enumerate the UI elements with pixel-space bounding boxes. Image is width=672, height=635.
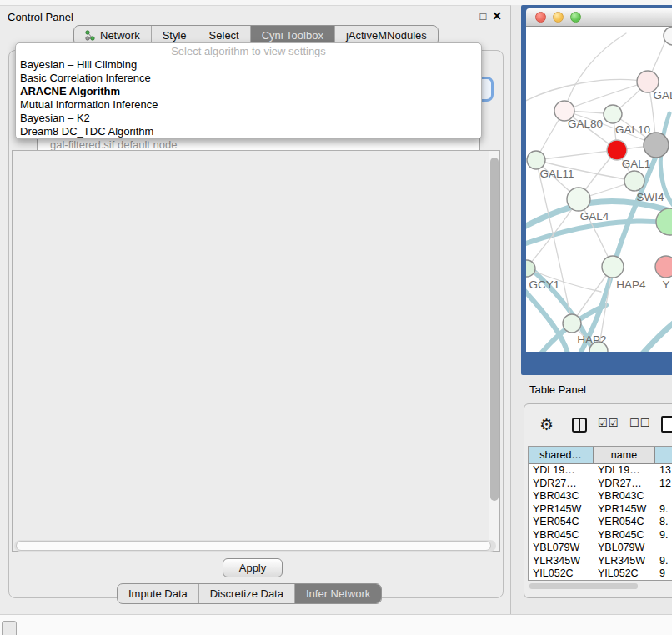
network-node[interactable] <box>655 256 672 278</box>
algorithm-option[interactable]: Dream8 DC_TDC Algorithm <box>16 125 481 138</box>
float-window-icon[interactable]: □ <box>479 10 486 22</box>
column-header[interactable]: name <box>594 447 655 463</box>
network-edge <box>643 318 672 352</box>
table-row[interactable]: YLR345WYLR345W9. <box>529 555 672 568</box>
network-window-titlebar[interactable] <box>526 8 672 27</box>
network-view-window: GALGAL80GAL10GAL1GAL11SWI4GAL4GCY1HAP4YH… <box>521 5 672 375</box>
table-cell[interactable]: 9 <box>655 568 672 581</box>
minimize-traffic-light[interactable] <box>553 12 564 22</box>
table-cell[interactable]: YIL052C <box>594 568 655 581</box>
table-cell[interactable]: YDR27… <box>529 478 594 491</box>
close-icon[interactable]: ✕ <box>492 9 502 22</box>
node-label: Y <box>662 278 669 291</box>
close-traffic-light[interactable] <box>535 12 546 22</box>
network-node[interactable] <box>604 105 622 123</box>
network-node[interactable] <box>602 256 624 278</box>
table-cell[interactable]: 9. <box>655 529 672 542</box>
table-cell[interactable]: YDL19… <box>594 464 655 478</box>
table-cell[interactable]: 8. <box>655 516 672 529</box>
network-edge <box>564 82 648 111</box>
algorithm-dropdown-popup: Select algorithm to view settings Bayesi… <box>15 42 482 139</box>
algorithm-option[interactable]: Bayesian – Hill Climbing <box>16 58 481 72</box>
table-cell[interactable]: YDR27… <box>594 478 655 491</box>
table-cell[interactable]: YBR043C <box>594 490 655 503</box>
tab-discretize-data[interactable]: Discretize Data <box>199 584 295 603</box>
network-node[interactable] <box>567 188 590 211</box>
algorithm-option[interactable]: ARACNE Algorithm <box>16 85 481 98</box>
new-file-icon[interactable] <box>661 416 672 432</box>
table-cell[interactable]: YPR145W <box>594 503 655 517</box>
network-node[interactable] <box>527 151 545 169</box>
table-cell[interactable]: YER054C <box>529 516 594 529</box>
network-edge <box>536 160 572 323</box>
table-cell[interactable]: YBL079W <box>529 542 594 555</box>
table-row[interactable]: YDL19…YDL19…13 <box>529 464 672 478</box>
split-view-icon[interactable] <box>572 418 587 432</box>
node-label: GAL <box>653 89 672 102</box>
bottom-strip <box>0 614 672 635</box>
control-panel-title: Control Panel <box>8 11 73 23</box>
table-cell[interactable]: YBR043C <box>529 490 594 503</box>
network-canvas[interactable]: GALGAL80GAL10GAL1GAL11SWI4GAL4GCY1HAP4YH… <box>526 27 672 352</box>
table-cell[interactable]: YIL052C <box>529 568 594 581</box>
bottom-tabbar: Impute DataDiscretize DataInfer Network <box>117 583 382 604</box>
column-header[interactable]: shared… <box>529 447 594 463</box>
table-cell[interactable]: 9. <box>655 555 672 568</box>
select-all-icon[interactable]: ☑☑ <box>598 417 619 429</box>
node-label: GCY1 <box>529 278 560 291</box>
deselect-all-icon[interactable]: ☐☐ <box>629 417 650 429</box>
network-node[interactable] <box>563 314 581 332</box>
network-node[interactable] <box>644 132 669 158</box>
table-cell[interactable]: 12 <box>655 478 672 491</box>
table-cell[interactable]: YPR145W <box>529 503 594 517</box>
table-scrollbar-thumb[interactable] <box>529 583 638 589</box>
network-node[interactable] <box>656 208 672 235</box>
bottom-left-button[interactable] <box>2 621 17 635</box>
table-panel-title: Table Panel <box>529 383 586 396</box>
table-cell[interactable]: YLR345W <box>529 555 594 568</box>
tab-impute-data[interactable]: Impute Data <box>118 584 199 603</box>
table-cell[interactable]: YLR345W <box>594 555 655 568</box>
table-cell[interactable]: YBR045C <box>529 529 594 542</box>
table-cell[interactable]: YBL079W <box>594 542 655 555</box>
horizontal-scrollbar[interactable] <box>14 540 496 552</box>
table-row[interactable]: YDR27…YDR27…12 <box>529 478 672 491</box>
node-label: SWI4 <box>636 191 664 203</box>
table-cell[interactable] <box>655 542 672 555</box>
network-node[interactable] <box>624 171 644 191</box>
table-row[interactable]: YBL079WYBL079W <box>529 542 672 555</box>
table-cell[interactable]: YDL19… <box>529 464 594 478</box>
vertical-scrollbar[interactable] <box>489 151 499 551</box>
node-label: GAL80 <box>568 118 603 130</box>
zoom-traffic-light[interactable] <box>570 12 581 22</box>
table-cell[interactable] <box>655 490 672 503</box>
node-label: GAL11 <box>539 168 574 180</box>
table-cell[interactable]: YBR045C <box>594 529 655 542</box>
algorithm-option[interactable]: Mutual Information Inference <box>16 98 481 112</box>
node-label: GAL1 <box>622 158 651 170</box>
table-horizontal-scrollbar[interactable] <box>528 582 672 590</box>
table-row[interactable]: YBR043CYBR043C <box>529 490 672 503</box>
algorithm-option[interactable]: Bayesian – K2 <box>16 112 481 125</box>
gear-icon[interactable]: ⚙ <box>539 415 554 434</box>
column-header[interactable] <box>655 447 672 463</box>
table-row[interactable]: YPR145WYPR145W9. <box>529 503 672 517</box>
algorithm-popup-header: Select algorithm to view settings <box>16 45 481 58</box>
apply-button[interactable]: Apply <box>223 558 283 578</box>
table-cell[interactable]: 9. <box>655 503 672 517</box>
network-icon <box>85 30 96 41</box>
horizontal-scrollbar-thumb[interactable] <box>16 541 491 551</box>
table-cell[interactable]: YER054C <box>594 516 655 529</box>
tab-label: Network <box>100 29 140 42</box>
table-header-row: shared…name <box>529 447 672 464</box>
vertical-scrollbar-thumb[interactable] <box>490 158 499 501</box>
table-cell[interactable]: 13 <box>655 464 672 478</box>
tab-label: jActiveMNodules <box>346 29 427 42</box>
node-label: GAL4 <box>580 210 609 222</box>
table-row[interactable]: YER054CYER054C8. <box>529 516 672 529</box>
tab-infer-network[interactable]: Infer Network <box>295 584 381 603</box>
algorithm-option[interactable]: Basic Correlation Inference <box>16 72 481 85</box>
table-row[interactable]: YIL052CYIL052C9 <box>529 568 672 581</box>
tab-label: Impute Data <box>128 588 188 600</box>
table-row[interactable]: YBR045CYBR045C9. <box>529 529 672 542</box>
